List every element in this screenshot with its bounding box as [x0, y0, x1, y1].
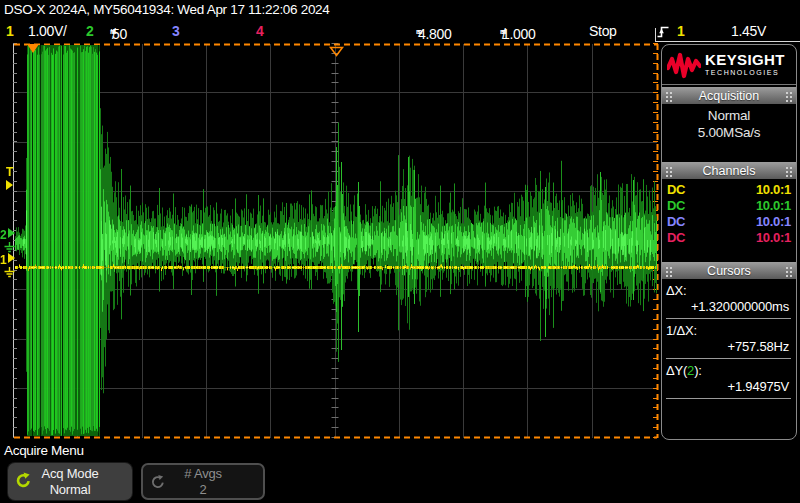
ch1-ground-icon	[3, 265, 16, 283]
trigger-section-underline	[655, 41, 800, 42]
rotate-knob-icon	[15, 472, 32, 493]
sidebar: KEYSIGHT TECHNOLOGIES Acquisition Normal…	[661, 44, 797, 440]
time-reference-marker	[329, 43, 344, 61]
cursor-dy-label: ΔY(2):	[666, 363, 791, 379]
probe-ratio: 10.0:1	[756, 230, 791, 246]
ch2-badge[interactable]: 2	[86, 23, 94, 39]
waveform-area	[13, 43, 659, 440]
channel-row-4: DC 10.0:1	[667, 230, 791, 246]
ch1-arrow-icon	[8, 253, 15, 263]
coupling-value: DC	[667, 182, 685, 198]
grip-icon	[785, 265, 793, 277]
cursor-dx-value: +1.320000000ms	[666, 299, 791, 315]
menu-title: Acquire Menu	[4, 443, 84, 458]
trigger-position-marker[interactable]	[27, 44, 39, 53]
softkey-label: Acq Mode	[42, 466, 99, 482]
softkey-acq-mode[interactable]: Acq Mode Normal	[8, 463, 132, 500]
channels-section: Channels DC 10.0:1 DC 10.0:1 DC 10.0:1 D…	[662, 162, 796, 246]
trigger-edge-icon	[657, 25, 669, 42]
trigger-section-divider	[655, 28, 656, 41]
channel-row-2: DC 10.0:1	[667, 198, 791, 214]
separator	[666, 398, 791, 399]
channel-row-3: DC 10.0:1	[667, 214, 791, 230]
grip-icon	[785, 165, 793, 177]
acquisition-header[interactable]: Acquisition	[662, 87, 796, 104]
trigger-level-label: T	[6, 166, 13, 178]
ch4-badge[interactable]: 4	[256, 23, 264, 39]
probe-ratio: 10.0:1	[756, 182, 791, 198]
brand-name: KEYSIGHT	[705, 52, 785, 68]
separator	[666, 358, 791, 359]
coupling-value: DC	[667, 230, 685, 246]
grip-icon	[785, 90, 793, 102]
brand-sub: TECHNOLOGIES	[705, 68, 785, 77]
acq-mode-value: Normal	[662, 107, 796, 124]
info-bar: 1 1.00V/ 2 50mV/ 3 4 4.800ms 1.000ms/ St…	[0, 20, 800, 43]
coupling-value: DC	[667, 214, 685, 230]
trigger-level-readout[interactable]: 1.45V	[731, 23, 766, 39]
grip-icon	[665, 265, 673, 277]
cursor-invdx-label: 1/ΔX:	[666, 323, 791, 339]
trigger-level-marker[interactable]	[6, 180, 13, 190]
grip-icon	[665, 165, 673, 177]
status-bar: DSO-X 2024A, MY56041934: Wed Apr 17 11:2…	[0, 0, 660, 20]
waveform-canvas	[13, 43, 659, 440]
sample-rate-value: 5.00MSa/s	[662, 124, 796, 141]
probe-ratio: 10.0:1	[756, 198, 791, 214]
rotate-knob-icon	[150, 474, 166, 494]
device-id-text: DSO-X 2024A, MY56041934: Wed Apr 17 11:2…	[4, 2, 330, 17]
cursor-invdx-value: +757.58Hz	[666, 339, 791, 355]
keysight-logo: KEYSIGHT TECHNOLOGIES	[662, 45, 796, 85]
channels-header[interactable]: Channels	[662, 162, 796, 179]
ch1-scale-readout[interactable]: 1.00V/	[28, 23, 67, 39]
softkey-label: # Avgs	[184, 466, 222, 482]
ch2-arrow-icon	[8, 228, 15, 238]
softkey-num-avgs[interactable]: # Avgs 2	[141, 463, 265, 500]
cursor-dx-label: ΔX:	[666, 283, 791, 299]
cursors-header[interactable]: Cursors	[662, 262, 796, 279]
probe-ratio: 10.0:1	[756, 214, 791, 230]
cursor-dy-value: +1.94975V	[666, 379, 791, 395]
ch3-badge[interactable]: 3	[172, 23, 180, 39]
softkey-value: 2	[199, 482, 206, 498]
softkey-value: Normal	[50, 482, 91, 498]
trigger-source[interactable]: 1	[677, 23, 685, 39]
grip-icon	[665, 90, 673, 102]
acquisition-section: Acquisition Normal 5.00MSa/s	[662, 87, 796, 141]
separator	[666, 318, 791, 319]
channel-row-1: DC 10.0:1	[667, 182, 791, 198]
run-state: Stop	[589, 23, 617, 39]
ch1-badge[interactable]: 1	[6, 23, 14, 39]
coupling-value: DC	[667, 198, 685, 214]
cursors-section: Cursors ΔX: +1.320000000ms 1/ΔX: +757.58…	[662, 262, 796, 399]
keysight-spark-icon	[667, 51, 701, 79]
